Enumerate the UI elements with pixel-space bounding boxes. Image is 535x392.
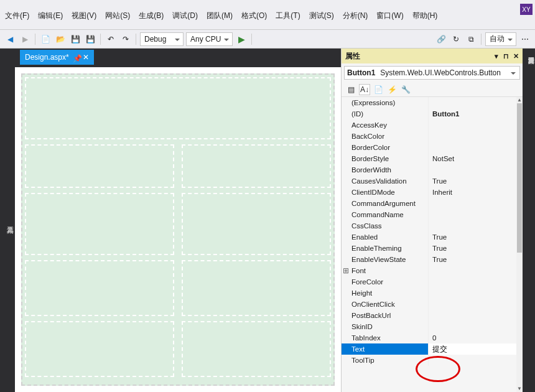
refresh-icon[interactable]: ↻ [450, 33, 462, 45]
property-row[interactable]: TabIndex0 [342, 332, 516, 343]
menu-edit[interactable]: 编辑(E) [37, 9, 64, 22]
new-window-icon[interactable]: ⧉ [465, 33, 477, 45]
property-value[interactable]: True [429, 175, 516, 187]
nav-back-icon[interactable]: ◀ [4, 33, 16, 45]
property-row[interactable]: BorderWidth [342, 164, 516, 175]
scroll-down-icon[interactable]: ▼ [516, 386, 523, 392]
property-pages-icon[interactable]: 📄 [373, 84, 384, 95]
scroll-up-icon[interactable]: ▲ [516, 97, 523, 103]
property-value[interactable] [429, 310, 516, 321]
menu-debug[interactable]: 调试(D) [171, 9, 199, 22]
menu-file[interactable]: 文件(F) [4, 9, 30, 22]
save-all-icon[interactable]: 💾 [84, 33, 96, 45]
categorized-icon[interactable]: ▤ [345, 84, 356, 95]
property-row[interactable]: SkinID [342, 321, 516, 332]
properties-title-bar[interactable]: 属性 ▾ ⊓ ✕ [342, 49, 523, 63]
property-row[interactable]: (Expressions) [342, 97, 516, 108]
menu-team[interactable]: 团队(M) [205, 9, 234, 22]
property-row[interactable]: EnableThemingTrue [342, 243, 516, 254]
property-value[interactable] [429, 355, 516, 366]
property-value[interactable]: True [429, 254, 516, 265]
property-value[interactable] [429, 321, 516, 332]
redo-icon[interactable]: ↷ [119, 33, 132, 45]
scroll-thumb[interactable] [517, 103, 522, 253]
property-row[interactable]: Height [342, 287, 516, 299]
property-value[interactable] [429, 220, 516, 231]
property-row[interactable]: Text提交 [342, 343, 516, 355]
menu-analyze[interactable]: 分析(N) [342, 9, 370, 22]
property-row[interactable]: CommandArgument [342, 198, 516, 209]
property-value[interactable]: 提交 [429, 343, 516, 355]
account-badge[interactable]: XY [520, 4, 533, 15]
events-icon[interactable]: ⚡ [386, 84, 398, 95]
property-row[interactable]: AccessKey [342, 119, 516, 131]
open-file-icon[interactable]: 📂 [54, 33, 67, 45]
property-value[interactable] [429, 142, 516, 153]
property-value[interactable] [429, 265, 516, 276]
property-value[interactable] [429, 287, 516, 299]
property-row[interactable]: (ID)Button1 [342, 108, 516, 119]
property-row[interactable]: ClientIDModeInherit [342, 187, 516, 198]
property-value[interactable] [429, 119, 516, 131]
property-row[interactable]: PostBackUrl [342, 310, 516, 321]
menu-help[interactable]: 帮助(H) [411, 9, 439, 22]
property-row[interactable]: ⊞Font [342, 265, 516, 276]
close-icon[interactable]: ✕ [83, 53, 89, 62]
config-combo[interactable]: Debug [140, 32, 184, 46]
property-value[interactable]: Button1 [429, 108, 516, 119]
toolbar-overflow-icon[interactable]: ⋯ [519, 33, 531, 45]
find-combo[interactable]: 自动 [485, 32, 516, 46]
menu-view[interactable]: 视图(V) [70, 9, 98, 22]
document-tab[interactable]: Design.aspx* 📌 ✕ [20, 50, 94, 65]
menu-window[interactable]: 窗口(W) [375, 9, 404, 22]
save-icon[interactable]: 💾 [69, 33, 81, 45]
property-row[interactable]: ToolTip [342, 355, 516, 366]
property-name: ForeColor [342, 276, 429, 287]
property-row[interactable]: EnabledTrue [342, 231, 516, 243]
property-value[interactable]: Inherit [429, 187, 516, 198]
autohide-icon[interactable]: ⊓ [503, 52, 509, 60]
property-row[interactable]: CommandName [342, 209, 516, 220]
alphabetical-icon[interactable]: A↓ [359, 84, 370, 95]
menu-tools[interactable]: 工具(T) [274, 9, 301, 22]
property-row[interactable]: CausesValidationTrue [342, 175, 516, 187]
start-debug-icon[interactable]: ▶ [235, 33, 248, 45]
property-row[interactable]: OnClientClick [342, 299, 516, 310]
property-value[interactable] [429, 97, 516, 108]
toolbox-rail[interactable]: 工具箱 [0, 49, 15, 392]
property-value[interactable] [429, 131, 516, 142]
close-panel-icon[interactable]: ✕ [513, 52, 519, 60]
property-row[interactable]: EnableViewStateTrue [342, 254, 516, 265]
menu-website[interactable]: 网站(S) [104, 9, 131, 22]
designer-surface[interactable] [15, 67, 341, 392]
property-value[interactable] [429, 209, 516, 220]
new-file-icon[interactable]: 📄 [39, 33, 52, 45]
scrollbar[interactable]: ▲ ▼ [516, 97, 523, 392]
property-row[interactable]: ForeColor [342, 276, 516, 287]
menu-test[interactable]: 测试(S) [308, 9, 335, 22]
menu-build[interactable]: 生成(B) [137, 9, 165, 22]
nav-fwd-icon[interactable]: ▶ [19, 33, 31, 45]
window-menu-icon[interactable]: ▾ [495, 52, 498, 60]
property-value[interactable]: True [429, 243, 516, 254]
property-row[interactable]: CssClass [342, 220, 516, 231]
property-value[interactable] [429, 164, 516, 175]
property-row[interactable]: BorderStyleNotSet [342, 153, 516, 164]
expand-icon[interactable]: ⊞ [343, 265, 349, 276]
pin-icon[interactable]: 📌 [73, 54, 79, 60]
property-value[interactable]: NotSet [429, 153, 516, 164]
property-value[interactable] [429, 276, 516, 287]
property-value[interactable] [429, 198, 516, 209]
browser-link-icon[interactable]: 🔗 [435, 33, 447, 45]
menu-format[interactable]: 格式(O) [240, 9, 268, 22]
wrench-icon[interactable]: 🔧 [400, 84, 411, 95]
property-value[interactable]: True [429, 231, 516, 243]
property-value[interactable]: 0 [429, 332, 516, 343]
property-row[interactable]: BorderColor [342, 142, 516, 153]
layout-table[interactable] [21, 73, 335, 386]
object-selector[interactable]: Button1 System.Web.UI.WebControls.Button [344, 66, 520, 80]
undo-icon[interactable]: ↶ [105, 33, 117, 45]
property-value[interactable] [429, 299, 516, 310]
platform-combo[interactable]: Any CPU [186, 32, 233, 46]
property-row[interactable]: BackColor [342, 131, 516, 142]
